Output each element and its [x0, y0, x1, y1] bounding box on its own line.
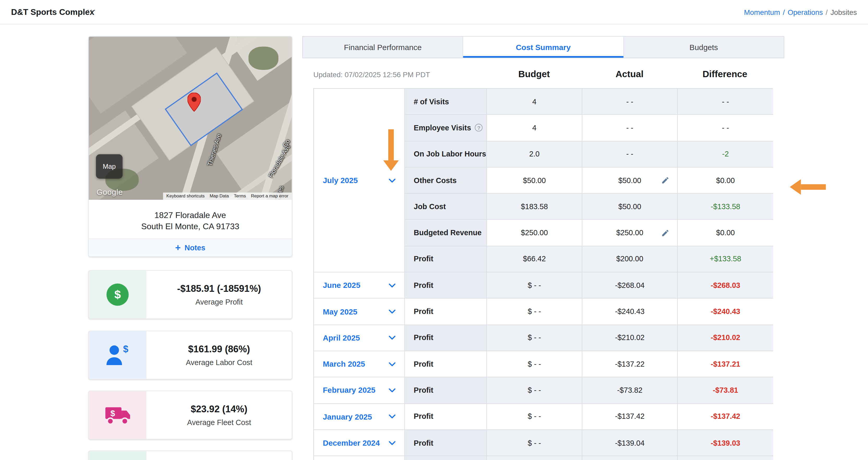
month-toggle-june-2025[interactable]: June 2025 [314, 273, 405, 299]
row-label: Profit [405, 325, 487, 351]
actual-cell: -$139.04 [582, 430, 678, 456]
average-labor-cost-card: $ $161.99 (86%) Average Labor Cost [88, 331, 292, 379]
difference-cell: -$240.43 [678, 299, 773, 325]
top-bar: D&T Sports Complex ⋯ Momentum / Operatio… [0, 0, 868, 25]
average-fleet-cost-card: $ $23.92 (14%) Average Fleet Cost [88, 391, 292, 439]
budget-cell: $ - - [487, 404, 582, 430]
address-line-2: South El Monte, CA 91733 [94, 221, 286, 231]
month-toggle-may-2025[interactable]: May 2025 [314, 299, 405, 325]
difference-cell: $0.00 [678, 220, 773, 246]
average-profit-card: $ -$185.91 (-18591%) Average Profit [88, 270, 292, 319]
location-card: Thienes Ave Floradale Ave Thienes Co Map… [88, 36, 292, 257]
more-options-icon[interactable]: ⋯ [87, 4, 96, 16]
report-error-link[interactable]: Report a map error [251, 194, 288, 199]
actual-cell: -$268.04 [582, 273, 678, 299]
column-header-actual: Actual [615, 69, 643, 79]
difference-cell: +$133.58 [678, 246, 773, 273]
help-icon[interactable]: ? [475, 124, 483, 132]
row-label: Employee Visits ? [405, 115, 487, 141]
plus-icon: + [175, 243, 181, 252]
table-row-partial [314, 456, 405, 460]
column-header-difference: Difference [703, 69, 747, 79]
keyboard-shortcuts-link[interactable]: Keyboard shortcuts [166, 194, 205, 199]
difference-cell: -$268.03 [678, 273, 773, 299]
row-label: Profit [405, 404, 487, 430]
chevron-down-icon [389, 310, 396, 313]
actual-cell: -$137.22 [582, 351, 678, 377]
month-toggle-december-2024[interactable]: December 2024 [314, 430, 405, 456]
month-toggle-july-2025[interactable]: July 2025 [314, 89, 405, 272]
row-label: Profit [405, 377, 487, 404]
table-row-partial [405, 456, 487, 460]
truck-dollar-icon: $ [89, 391, 146, 439]
row-label: Job Cost [405, 194, 487, 220]
row-label: Profit [405, 299, 487, 325]
svg-text:$: $ [123, 344, 128, 355]
tab-cost-summary[interactable]: Cost Summary [463, 36, 624, 58]
actual-cell: $50.00 [582, 167, 678, 194]
row-label: Profit [405, 351, 487, 377]
average-fleet-cost-label: Average Fleet Cost [187, 418, 251, 426]
page-title: D&T Sports Complex [11, 7, 94, 17]
svg-text:$: $ [110, 409, 115, 418]
stat-icon-partial [89, 451, 146, 460]
pencil-icon [661, 229, 670, 237]
breadcrumb-jobsites: Jobsites [831, 8, 857, 17]
table-row-partial [582, 456, 678, 460]
breadcrumb-momentum[interactable]: Momentum [744, 8, 780, 17]
chevron-down-icon [389, 178, 396, 182]
chevron-down-icon [389, 362, 396, 366]
chevron-down-icon [389, 336, 396, 340]
notes-label: Notes [185, 244, 206, 252]
tab-budgets[interactable]: Budgets [624, 36, 784, 58]
row-label: # of Visits [405, 89, 487, 115]
budget-cell: 4 [487, 89, 582, 115]
map-data-link[interactable]: Map Data [210, 194, 229, 199]
difference-cell: - - [678, 89, 773, 115]
actual-cell: -$210.02 [582, 325, 678, 351]
map-canvas[interactable]: Thienes Ave Floradale Ave Thienes Co Map… [89, 36, 292, 200]
actual-cell: - - [582, 141, 678, 168]
average-labor-cost-label: Average Labor Cost [186, 358, 252, 366]
breadcrumb-operations[interactable]: Operations [788, 8, 823, 17]
chevron-down-icon [389, 441, 396, 445]
budget-cell: $ - - [487, 325, 582, 351]
actual-cell: $250.00 [582, 220, 678, 246]
month-toggle-january-2025[interactable]: January 2025 [314, 404, 405, 430]
edit-budgeted-revenue-button[interactable] [661, 229, 670, 237]
budget-cell: $ - - [487, 273, 582, 299]
breadcrumb-separator: / [826, 8, 828, 17]
difference-cell: -$139.03 [678, 430, 773, 456]
month-toggle-february-2025[interactable]: February 2025 [314, 377, 405, 404]
difference-cell: $0.00 [678, 167, 773, 194]
row-label: Budgeted Revenue [405, 220, 487, 246]
budget-cell: $250.00 [487, 220, 582, 246]
budget-cell: $ - - [487, 351, 582, 377]
edit-other-costs-button[interactable] [661, 176, 670, 185]
tab-financial-performance[interactable]: Financial Performance [303, 36, 463, 58]
budget-cell: 4 [487, 115, 582, 141]
budget-cell: $ - - [487, 377, 582, 404]
breadcrumb-separator: / [783, 8, 785, 17]
row-label: Other Costs [405, 167, 487, 194]
average-fleet-cost-value: $23.92 (14%) [191, 404, 247, 415]
month-toggle-march-2025[interactable]: March 2025 [314, 351, 405, 377]
content-tabs: Financial Performance Cost Summary Budge… [302, 36, 784, 58]
terms-link[interactable]: Terms [234, 194, 246, 199]
month-label: July 2025 [323, 176, 358, 185]
cost-summary-table: July 2025 # of Visits 4 - - - - Employee… [313, 88, 773, 460]
difference-cell: -2 [678, 141, 773, 168]
average-labor-cost-value: $161.99 (86%) [188, 344, 250, 355]
table-row-partial [678, 456, 773, 460]
map-type-button[interactable]: Map [96, 154, 123, 179]
notes-button[interactable]: + Notes [89, 239, 292, 256]
difference-cell: -$73.81 [678, 377, 773, 404]
actual-cell: -$137.42 [582, 404, 678, 430]
difference-cell: -$133.58 [678, 194, 773, 220]
budget-cell: $50.00 [487, 167, 582, 194]
actual-cell: - - [582, 115, 678, 141]
average-profit-value: -$185.91 (-18591%) [177, 283, 261, 295]
difference-cell: - - [678, 115, 773, 141]
budget-cell: $ - - [487, 299, 582, 325]
month-toggle-april-2025[interactable]: April 2025 [314, 325, 405, 351]
